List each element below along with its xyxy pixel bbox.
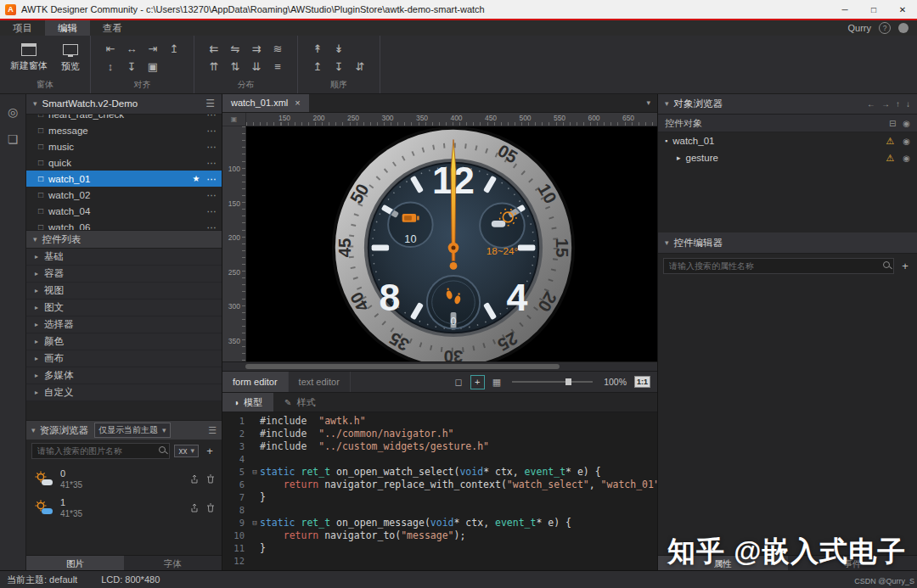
project-item-music[interactable]: □music⋯ (26, 138, 222, 154)
menu-tab-查看[interactable]: 查看 (90, 20, 135, 36)
project-item-message[interactable]: □message⋯ (26, 122, 222, 138)
watch-face-preview[interactable]: 05101520253035404550 12 8 4 (329, 126, 577, 361)
project-item-heart_rate_check[interactable]: □heart_rate_check⋯ (26, 115, 222, 122)
widget-category-视图[interactable]: ▸视图 (26, 283, 222, 300)
design-canvas[interactable]: 05101520253035404550 12 8 4 (246, 126, 657, 361)
fold-marker[interactable]: ⊟ (250, 517, 260, 529)
grid-icon[interactable]: ▦ (492, 377, 501, 388)
code-tab-样式[interactable]: ✎样式 (273, 393, 326, 412)
pointer-tool-button[interactable]: + (470, 375, 485, 389)
new-form-button[interactable]: 新建窗体 (10, 40, 48, 77)
widget-category-画布[interactable]: ▸画布 (26, 350, 222, 367)
mode-tab-form-editor[interactable]: form editor (222, 372, 289, 392)
zoom-slider[interactable] (512, 381, 593, 383)
object-node-gesture[interactable]: ▸gesture⚠◉ (658, 149, 917, 166)
project-menu-icon[interactable]: ☰ (205, 98, 215, 109)
distribute-v-equal-icon[interactable]: ≡ (268, 58, 287, 75)
menu-tab-编辑[interactable]: 编辑 (45, 20, 90, 36)
nav-left-icon[interactable]: ← (867, 99, 875, 109)
nav-right-icon[interactable]: → (881, 99, 890, 109)
distribute-h-center-icon[interactable]: ⇋ (226, 40, 245, 57)
project-item-watch_01[interactable]: □watch_01★⋯ (26, 171, 222, 187)
close-button[interactable]: ✕ (888, 0, 917, 19)
widget-category-自定义[interactable]: ▸自定义 (26, 384, 222, 401)
delete-icon[interactable] (206, 474, 215, 485)
maximize-button[interactable]: □ (859, 0, 888, 19)
widget-category-图文[interactable]: ▸图文 (26, 300, 222, 316)
add-property-button[interactable]: + (898, 260, 912, 272)
object-browser-header[interactable]: ▾ 对象浏览器 ← → ↑ ↓ (658, 93, 917, 115)
bring-to-front-icon[interactable]: ↟ (308, 40, 327, 57)
resource-browser-header[interactable]: ▾ 资源浏览器 仅显示当前主题 ▾ ☰ (26, 420, 222, 440)
align-left-icon[interactable]: ⇤ (101, 40, 120, 57)
format-filter-dropdown[interactable]: xx ▾ (174, 445, 199, 457)
widget-category-基础[interactable]: ▸基础 (26, 249, 222, 266)
widget-list-header[interactable]: ▾ 控件列表 (26, 230, 222, 249)
show-all-icon[interactable]: ◉ (903, 119, 910, 128)
distribute-h-equal-icon[interactable]: ≋ (268, 40, 287, 57)
collapse-all-icon[interactable]: ⊟ (889, 119, 896, 128)
mode-tab-text-editor[interactable]: text editor (289, 372, 351, 392)
fit-screen-icon[interactable]: ◻ (455, 377, 463, 388)
align-center-h-icon[interactable]: ↔ (122, 40, 141, 57)
pages-icon[interactable]: ❏ (8, 132, 19, 146)
widget-category-颜色[interactable]: ▸颜色 (26, 333, 222, 350)
tab-close-icon[interactable]: × (295, 98, 300, 108)
widget-editor-header[interactable]: ▾ 控件编辑器 (658, 232, 917, 254)
horizontal-scrollbar[interactable] (222, 361, 657, 371)
widget-category-多媒体[interactable]: ▸多媒体 (26, 367, 222, 384)
scrollbar-thumb[interactable] (245, 364, 560, 369)
resource-tab-图片[interactable]: 图片 (26, 556, 124, 571)
project-header[interactable]: ▾ SmartWatch.v2-Demo ☰ (26, 93, 222, 115)
nav-up-icon[interactable]: ↑ (896, 99, 900, 109)
right-tab-事件[interactable]: 事件 (788, 556, 917, 571)
fold-marker[interactable]: ⊟ (250, 466, 260, 479)
widget-category-选择器[interactable]: ▸选择器 (26, 316, 222, 333)
item-menu-icon[interactable]: ⋯ (207, 221, 217, 231)
nav-down-icon[interactable]: ↓ (906, 99, 910, 109)
item-menu-icon[interactable]: ⋯ (207, 115, 217, 120)
menu-tab-项目[interactable]: 项目 (0, 20, 45, 36)
send-backward-icon[interactable]: ↧ (329, 58, 348, 75)
item-menu-icon[interactable]: ⋯ (207, 141, 217, 153)
avatar[interactable] (898, 23, 909, 33)
object-node-watch_01[interactable]: ▪watch_01⚠◉ (658, 132, 917, 149)
align-middle-icon[interactable]: ↕ (101, 58, 120, 75)
align-right-icon[interactable]: ⇥ (143, 40, 162, 57)
project-item-watch_04[interactable]: □watch_04⋯ (26, 203, 222, 219)
theme-filter-dropdown[interactable]: 仅显示当前主题 ▾ (94, 423, 171, 438)
align-bottom-icon[interactable]: ↧ (122, 58, 141, 75)
right-tab-属性[interactable]: 属性 (658, 556, 788, 571)
item-menu-icon[interactable]: ⋯ (207, 189, 217, 201)
align-to-canvas-icon[interactable]: ▣ (143, 58, 162, 75)
project-item-watch_02[interactable]: □watch_02⋯ (26, 187, 222, 203)
zoom-ratio-button[interactable]: 1:1 (634, 376, 650, 388)
widget-category-容器[interactable]: ▸容器 (26, 266, 222, 283)
editor-tab-watch_01[interactable]: watch_01.xml × (222, 93, 309, 112)
delete-icon[interactable] (206, 503, 215, 514)
visibility-toggle-icon[interactable]: ◉ (903, 154, 910, 163)
item-menu-icon[interactable]: ⋯ (207, 125, 217, 137)
export-icon[interactable] (190, 474, 199, 485)
distribute-v-center-icon[interactable]: ⇅ (226, 58, 245, 75)
project-item-watch_06[interactable]: □watch_06⋯ (26, 219, 222, 230)
item-menu-icon[interactable]: ⋯ (207, 173, 217, 185)
item-menu-icon[interactable]: ⋯ (207, 205, 217, 217)
item-menu-icon[interactable]: ⋯ (207, 157, 217, 169)
resource-item-1[interactable]: 141*35 (26, 494, 222, 523)
visibility-toggle-icon[interactable]: ◉ (903, 137, 910, 146)
code-editor[interactable]: 1#include "awtk.h"2#include "../common/n… (222, 412, 657, 571)
swap-order-icon[interactable]: ⇵ (351, 58, 369, 75)
export-icon[interactable] (190, 503, 199, 514)
inspect-icon[interactable]: ◎ (8, 105, 18, 119)
code-tab-模型[interactable]: ◑模型 (222, 393, 273, 412)
resource-tab-字体[interactable]: 字体 (124, 556, 222, 571)
distribute-v-top-icon[interactable]: ⇈ (205, 58, 223, 75)
align-top-icon[interactable]: ↥ (165, 40, 183, 57)
help-icon[interactable]: ? (879, 22, 891, 34)
zoom-slider-thumb[interactable] (565, 378, 571, 385)
tab-list-dropdown-icon[interactable]: ▾ (646, 93, 657, 112)
resource-filter-icon[interactable]: ☰ (208, 425, 217, 436)
distribute-v-bottom-icon[interactable]: ⇊ (247, 58, 266, 75)
minimize-button[interactable]: ─ (830, 0, 859, 19)
